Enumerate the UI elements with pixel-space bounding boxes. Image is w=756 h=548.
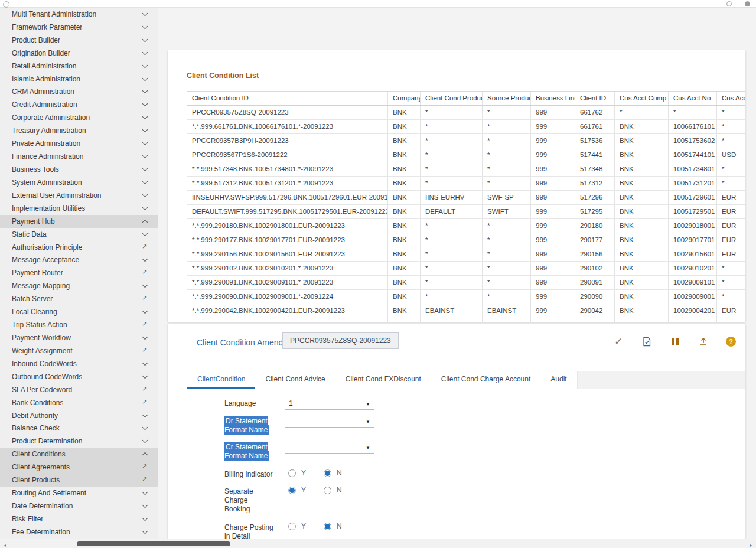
sidebar-item[interactable]: Business Tools xyxy=(0,163,158,176)
sidebar-item[interactable]: SLA Per Codeword xyxy=(0,383,158,396)
sidebar-item[interactable]: Batch Server xyxy=(0,292,158,305)
sidebar-item[interactable]: Authorisation Principle xyxy=(0,241,158,254)
table-row[interactable]: PPCCR093575Z8SQ-20091223BNK**999661762**… xyxy=(187,106,745,120)
tab[interactable]: Client Cond FXDiscount xyxy=(335,371,431,389)
sidebar-item[interactable]: Corporate Administration xyxy=(0,111,158,124)
sidebar-item[interactable]: Outbound CodeWords xyxy=(0,370,158,383)
sidebar-item[interactable]: Message Acceptance xyxy=(0,254,158,267)
sidebar-item[interactable]: Date Determination xyxy=(0,500,158,513)
sidebar-item[interactable]: Static Data xyxy=(0,228,158,241)
tab[interactable]: Client Cond Advice xyxy=(255,371,335,389)
table-row[interactable]: *.*.999.290042.BNK.10029004201.EUR-20091… xyxy=(187,304,745,318)
sidebar-item[interactable]: Origination Builder xyxy=(0,47,158,60)
notifications-icon[interactable] xyxy=(726,1,732,6)
table-row[interactable]: *.*.999.517312.BNK.10051731201.*-2009122… xyxy=(187,177,745,191)
sidebar-item[interactable]: Framework Parameter xyxy=(0,21,158,34)
sidebar-item[interactable]: Debit Authority xyxy=(0,409,158,422)
sidebar-item[interactable]: Payment Router xyxy=(0,266,158,279)
table-row[interactable]: *.*.999.290091.BNK.10029009101.*-2009122… xyxy=(187,276,745,290)
table-cell: *.*.999.290042.BNK.10029004201.EUR-20091… xyxy=(187,304,388,318)
table-row[interactable]: *.*.999.290090.BNK.10029009001.*-2009122… xyxy=(187,290,745,304)
sidebar-item[interactable]: Balance Check xyxy=(0,422,158,435)
billing-indicator-radio-y[interactable] xyxy=(288,469,296,477)
cr-statement-format-select[interactable] xyxy=(285,441,374,454)
table-row[interactable]: IINSEURHV.SWFSP.999.517296.BNK.100517296… xyxy=(187,191,745,205)
tab[interactable]: Client Cond Charge Account xyxy=(431,371,540,389)
table-row[interactable]: *.*.999.290177.BNK.10029017701.EUR-20091… xyxy=(187,233,745,247)
table-body: PPCCR093575Z8SQ-20091223BNK**999661762**… xyxy=(187,106,745,322)
dr-statement-format-select[interactable] xyxy=(285,415,374,428)
table-cell: 290156 xyxy=(575,247,615,261)
table-row[interactable]: PPCCR09357B3P9H-20091223BNK**999517536BN… xyxy=(187,134,745,148)
table-row[interactable]: PPCCR093567P1S6-20091222BNK**999517441BN… xyxy=(187,148,745,162)
table-row[interactable]: DEFAULT.SWIFT.999.517295.BNK.10051729501… xyxy=(187,205,745,219)
scrollbar-thumb[interactable] xyxy=(77,541,230,546)
separate-charge-radio-n[interactable] xyxy=(324,487,331,494)
table-cell: BNK xyxy=(615,177,669,190)
sidebar-item[interactable]: Client Products xyxy=(0,474,158,487)
table-row[interactable]: *.*.999.517348.BNK.10051734801.*-2009122… xyxy=(187,162,745,177)
sidebar-item[interactable]: Implementation Utilities xyxy=(0,202,158,215)
sidebar-item[interactable]: Payment Hub xyxy=(0,215,158,228)
table-row[interactable]: *.*.999.290041.BNK.10029004101.EUR-20091… xyxy=(187,318,745,322)
hold-pause-icon[interactable] xyxy=(669,335,681,347)
authorize-document-icon[interactable] xyxy=(641,335,653,347)
horizontal-scrollbar[interactable] xyxy=(0,539,756,548)
sidebar-item[interactable]: Bank Conditions xyxy=(0,396,158,409)
language-select[interactable]: 1 xyxy=(285,397,374,410)
language-label: Language xyxy=(224,397,285,408)
confirm-check-icon[interactable] xyxy=(612,335,624,347)
sidebar-item-icon xyxy=(141,412,149,420)
table-cell: *.*.999.290156.BNK.10029015601.EUR-20091… xyxy=(187,247,388,261)
table-row[interactable]: *.*.999.290180.BNK.10029018001.EUR-20091… xyxy=(187,219,745,233)
table-row[interactable]: *.*.999.290156.BNK.10029015601.EUR-20091… xyxy=(187,247,745,262)
sidebar-item[interactable]: Routing And Settlement xyxy=(0,487,158,500)
table-row[interactable]: *.*.999.661761.BNK.10066176101.*-2009122… xyxy=(187,120,745,134)
sidebar-item[interactable]: Islamic Administration xyxy=(0,73,158,86)
billing-indicator-radio-n[interactable] xyxy=(324,469,331,477)
charge-posting-radio-y[interactable] xyxy=(288,523,296,530)
separate-charge-radio-y[interactable] xyxy=(288,487,296,494)
upload-icon[interactable] xyxy=(698,335,709,347)
table-cell: * xyxy=(717,262,745,275)
charge-posting-radio-n[interactable] xyxy=(324,523,331,530)
scroll-left-arrow-icon[interactable] xyxy=(0,539,10,548)
table-cell: BNK xyxy=(388,191,421,204)
table-cell: DEFAULT xyxy=(421,205,483,218)
table-cell: BNK xyxy=(615,247,669,261)
sidebar-item[interactable]: Product Determination xyxy=(0,435,158,448)
sidebar-item[interactable]: Inbound CodeWords xyxy=(0,357,158,370)
sidebar-item[interactable]: Risk Filter xyxy=(0,513,158,526)
sidebar-item[interactable]: Product Builder xyxy=(0,34,158,47)
sidebar-item[interactable]: Client Agreements xyxy=(0,461,158,474)
sidebar-item[interactable]: Message Mapping xyxy=(0,279,158,292)
sidebar-item[interactable]: Private Administration xyxy=(0,137,158,150)
sidebar-item[interactable]: External User Administration xyxy=(0,189,158,202)
table-cell: * xyxy=(717,120,745,133)
sidebar-item[interactable]: Credit Administration xyxy=(0,98,158,111)
sidebar-item[interactable]: Retail Administration xyxy=(0,60,158,73)
sidebar-item[interactable]: Treasury Administration xyxy=(0,124,158,137)
user-avatar-icon[interactable] xyxy=(745,1,750,6)
separate-charge-booking-radios: Y N xyxy=(285,485,342,494)
sidebar-item[interactable]: Weight Assignment xyxy=(0,344,158,357)
sidebar-item-label: Origination Builder xyxy=(12,49,70,57)
sidebar-item-label: Payment Router xyxy=(12,269,63,277)
sidebar-item[interactable]: Trip Status Action xyxy=(0,318,158,331)
sidebar-item[interactable]: Fee Determination xyxy=(0,526,158,539)
sidebar-item[interactable]: Finance Administration xyxy=(0,150,158,163)
table-row[interactable]: *.*.999.290102.BNK.10029010201.*-2009122… xyxy=(187,262,745,276)
sidebar-item[interactable]: System Administration xyxy=(0,176,158,189)
tab[interactable]: ClientCondition xyxy=(187,371,255,389)
sidebar-item[interactable]: Local Clearing xyxy=(0,305,158,318)
sidebar-item-label: Product Builder xyxy=(12,36,60,44)
sidebar-item[interactable]: Client Conditions xyxy=(0,448,158,461)
sidebar-item[interactable]: Multi Tenant Administration xyxy=(0,8,158,21)
sidebar-item[interactable]: Payment Workflow xyxy=(0,331,158,344)
sidebar-item[interactable]: CRM Administration xyxy=(0,86,158,99)
help-icon[interactable] xyxy=(726,337,736,347)
scroll-right-arrow-icon[interactable] xyxy=(746,539,756,548)
sidebar-item-icon xyxy=(141,100,149,109)
tab[interactable]: Audit xyxy=(540,371,576,389)
sidebar-item-label: Business Tools xyxy=(12,165,59,174)
